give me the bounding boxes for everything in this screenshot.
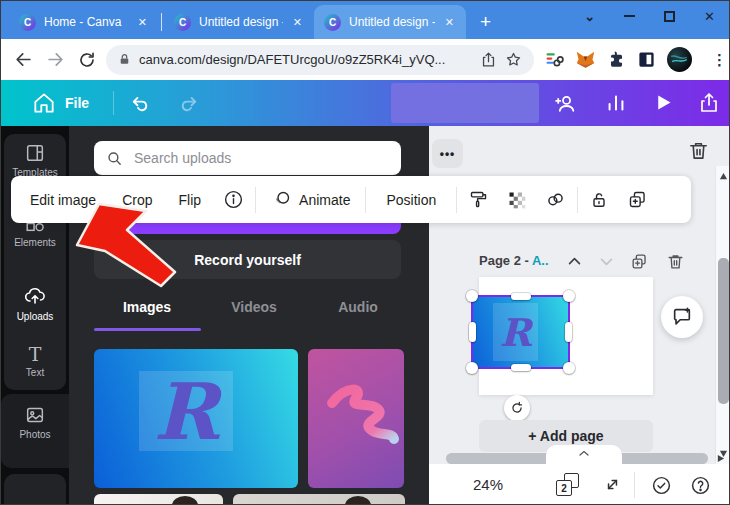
animate-button[interactable]: Animate xyxy=(258,189,363,210)
zoom-level[interactable]: 24% xyxy=(473,476,503,493)
tab-title: Home - Canva xyxy=(44,15,128,29)
home-icon[interactable] xyxy=(31,90,57,116)
crop-button[interactable]: Crop xyxy=(109,192,165,208)
fullscreen-icon[interactable] xyxy=(603,475,622,494)
bookmark-star-icon[interactable] xyxy=(505,51,522,68)
tab-close-icon[interactable]: ✕ xyxy=(136,16,149,29)
scroll-right-arrow-icon[interactable] xyxy=(716,454,725,463)
duplicate-page-icon[interactable] xyxy=(630,252,649,271)
resize-handle-top-right[interactable] xyxy=(563,290,575,302)
info-button[interactable] xyxy=(214,189,253,210)
extensions-puzzle-icon[interactable] xyxy=(607,50,626,69)
resize-handle-bottom[interactable] xyxy=(511,364,531,371)
undo-icon[interactable] xyxy=(129,92,152,115)
theme-square-extension-icon[interactable] xyxy=(637,50,656,69)
toolbar-collapse-notch[interactable] xyxy=(546,445,622,466)
browser-address-bar: canva.com/design/DAFETUrcgoU/o9zZ5RK4i_y… xyxy=(1,39,730,80)
reload-icon[interactable] xyxy=(78,51,96,69)
saved-check-icon[interactable] xyxy=(651,475,672,496)
tab-untitled-design-1[interactable]: C Untitled design - ✕ xyxy=(164,5,314,39)
tab-search-icon[interactable]: ⌄ xyxy=(584,9,595,24)
search-icon xyxy=(106,150,123,167)
tab-images[interactable]: Images xyxy=(123,299,171,315)
maximize-icon[interactable] xyxy=(664,11,675,22)
resize-handle-top[interactable] xyxy=(511,293,531,300)
help-icon[interactable] xyxy=(690,475,711,496)
upload-thumbnail-person-1[interactable] xyxy=(94,494,223,505)
tab-close-icon[interactable]: ✕ xyxy=(443,16,456,29)
delete-element-icon[interactable] xyxy=(687,139,710,162)
resize-handle-left[interactable] xyxy=(469,322,476,342)
page-title[interactable]: Page 2 - A.. xyxy=(479,253,549,268)
comment-button[interactable] xyxy=(661,296,703,338)
vertical-scrollbar[interactable] xyxy=(715,166,730,464)
record-yourself-button[interactable]: Record yourself xyxy=(94,240,401,279)
rotate-handle[interactable] xyxy=(504,395,530,421)
present-play-icon[interactable] xyxy=(653,92,674,113)
tab-audio[interactable]: Audio xyxy=(338,299,378,315)
animate-label: Animate xyxy=(299,192,350,208)
move-page-up-icon[interactable] xyxy=(566,253,583,270)
upload-thumbnail-person-2[interactable] xyxy=(233,494,405,505)
back-icon[interactable] xyxy=(14,50,33,69)
scroll-up-arrow-icon[interactable] xyxy=(719,172,728,181)
move-page-down-icon[interactable] xyxy=(598,253,615,270)
position-button[interactable]: Position xyxy=(368,192,454,208)
file-menu[interactable]: File xyxy=(65,95,89,111)
tab-title: Untitled design - xyxy=(349,15,435,29)
pages-button[interactable]: 2 xyxy=(556,473,579,496)
new-tab-button[interactable]: + xyxy=(480,11,491,33)
window-close-icon[interactable]: ✕ xyxy=(704,9,715,24)
copy-style-button[interactable] xyxy=(459,189,498,210)
person-silhouette xyxy=(172,496,198,505)
forward-icon[interactable] xyxy=(46,50,65,69)
search-uploads-box[interactable] xyxy=(94,141,401,175)
sidebar-item-photos[interactable]: Photos xyxy=(1,404,69,440)
duplicate-button[interactable] xyxy=(618,189,657,210)
edit-image-button[interactable]: Edit image xyxy=(17,192,109,208)
profile-avatar[interactable] xyxy=(667,47,692,72)
browser-menu-kebab-icon[interactable]: ⋮ xyxy=(712,51,727,69)
toolbar-divider xyxy=(255,187,256,213)
delete-page-icon[interactable] xyxy=(666,252,685,271)
tab-home-canva[interactable]: C Home - Canva ✕ xyxy=(9,5,159,39)
add-members-icon[interactable] xyxy=(553,91,578,116)
resize-handle-right[interactable] xyxy=(565,322,572,342)
upload-thumbnail-r-logo[interactable]: R xyxy=(94,349,298,488)
tab-untitled-design-2-active[interactable]: C Untitled design - ✕ xyxy=(314,5,466,39)
duplicate-plus-icon xyxy=(627,189,648,210)
share-export-icon[interactable] xyxy=(697,91,721,115)
resize-handle-top-left[interactable] xyxy=(466,290,478,302)
selection-frame xyxy=(471,295,570,369)
sidebar-item-uploads[interactable]: Uploads xyxy=(1,284,69,322)
sidebar-item-templates[interactable]: Templates xyxy=(1,142,69,178)
colorful-extension-icon[interactable] xyxy=(544,50,564,70)
redo-icon[interactable] xyxy=(177,92,200,115)
resize-handle-bottom-left[interactable] xyxy=(466,362,478,374)
resize-handle-bottom-right[interactable] xyxy=(563,362,575,374)
scrollbar-thumb[interactable] xyxy=(718,258,729,404)
more-options-button[interactable]: ••• xyxy=(432,139,463,168)
search-uploads-input[interactable] xyxy=(132,149,389,167)
lock-button[interactable] xyxy=(580,190,618,210)
flip-button[interactable]: Flip xyxy=(166,192,215,208)
share-page-icon[interactable] xyxy=(480,51,497,68)
sidebar-item-text[interactable]: T Text xyxy=(1,344,69,378)
link-button[interactable] xyxy=(536,189,575,210)
upload-thumbnail-squiggle[interactable] xyxy=(308,349,404,488)
toolbar-divider xyxy=(577,187,578,213)
metamask-fox-icon[interactable] xyxy=(575,49,596,70)
image-context-toolbar: Edit image Crop Flip Animate Position xyxy=(11,176,691,223)
tab-close-icon[interactable]: ✕ xyxy=(291,16,304,29)
text-icon: T xyxy=(29,344,42,364)
page-header: Page 2 - A.. xyxy=(429,249,730,275)
omnibox[interactable]: canva.com/design/DAFETUrcgoU/o9zZ5RK4i_y… xyxy=(106,45,534,75)
sidebar-item-label: Elements xyxy=(14,238,56,248)
thumbnail-inner-card: R xyxy=(139,371,233,451)
url-text[interactable]: canva.com/design/DAFETUrcgoU/o9zZ5RK4i_y… xyxy=(139,52,472,67)
tab-videos[interactable]: Videos xyxy=(231,299,277,315)
minimize-icon[interactable] xyxy=(624,15,635,17)
r-letter: R xyxy=(154,366,219,457)
transparency-button[interactable] xyxy=(498,190,536,210)
analytics-icon[interactable] xyxy=(605,92,627,114)
